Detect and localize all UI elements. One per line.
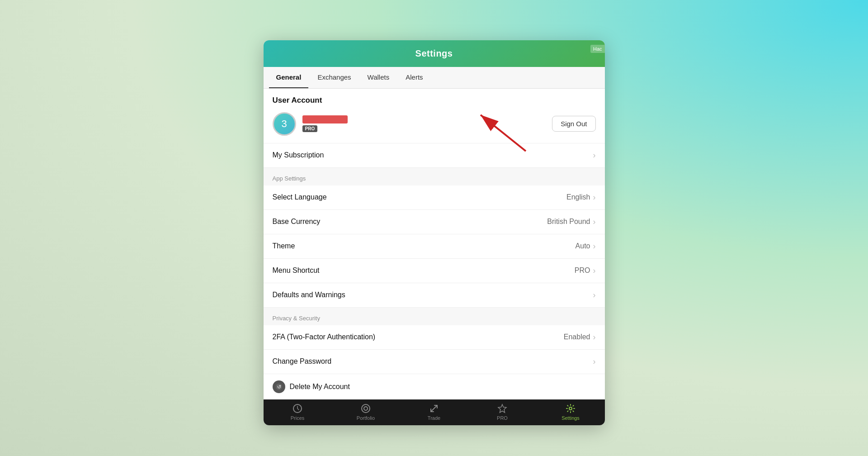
pro-badge: PRO: [302, 125, 318, 132]
theme-chevron: ›: [593, 242, 596, 251]
sign-out-button[interactable]: Sign Out: [552, 116, 595, 132]
delete-icon: ↺: [273, 380, 285, 393]
2fa-chevron: ›: [593, 332, 596, 342]
delete-account-label: Delete My Account: [290, 383, 350, 391]
user-account-section: User Account 3 PRO Sign Out: [264, 89, 605, 143]
nav-pro[interactable]: PRO: [484, 403, 520, 421]
svg-point-4: [362, 404, 370, 413]
change-password-label: Change Password: [273, 357, 332, 366]
theme-value: Auto: [576, 242, 590, 250]
defaults-warnings-row[interactable]: Defaults and Warnings ›: [264, 283, 605, 308]
svg-point-5: [364, 407, 368, 410]
user-details: PRO: [302, 115, 348, 132]
header: Settings Hac: [264, 40, 605, 67]
nav-trade[interactable]: Trade: [416, 403, 452, 421]
base-currency-row[interactable]: Base Currency British Pound ›: [264, 210, 605, 234]
defaults-warnings-chevron: ›: [593, 290, 596, 300]
svg-marker-6: [498, 404, 506, 413]
tab-exchanges[interactable]: Exchanges: [310, 67, 358, 88]
tab-alerts[interactable]: Alerts: [398, 67, 430, 88]
trade-icon: [429, 403, 439, 414]
portfolio-icon: [360, 403, 371, 414]
avatar: 3: [273, 112, 296, 136]
bottom-nav: Prices Portfolio Trade: [264, 399, 605, 425]
subscription-chevron: ›: [593, 151, 596, 160]
user-info: 3 PRO: [273, 112, 348, 136]
settings-content: User Account 3 PRO Sign Out My Subscript…: [264, 89, 605, 399]
username-redacted: [302, 115, 348, 124]
menu-shortcut-chevron: ›: [593, 266, 596, 276]
nav-settings[interactable]: Settings: [552, 403, 589, 421]
theme-label: Theme: [273, 242, 295, 250]
tab-general[interactable]: General: [269, 67, 309, 88]
app-window: Settings Hac General Exchanges Wallets A…: [264, 40, 605, 425]
select-language-right: English ›: [566, 193, 595, 202]
theme-right: Auto ›: [576, 242, 596, 251]
base-currency-right: British Pound ›: [547, 217, 595, 227]
settings-icon: [565, 403, 576, 414]
select-language-label: Select Language: [273, 193, 327, 201]
select-language-row[interactable]: Select Language English ›: [264, 185, 605, 210]
subscription-label: My Subscription: [273, 151, 324, 159]
defaults-warnings-label: Defaults and Warnings: [273, 291, 345, 299]
base-currency-value: British Pound: [547, 218, 590, 226]
defaults-warnings-right: ›: [593, 290, 596, 300]
base-currency-label: Base Currency: [273, 218, 321, 226]
2fa-right: Enabled ›: [564, 332, 596, 342]
change-password-row[interactable]: Change Password ›: [264, 350, 605, 374]
user-row: 3 PRO Sign Out: [273, 112, 596, 136]
prices-label: Prices: [291, 415, 305, 421]
menu-shortcut-label: Menu Shortcut: [273, 266, 320, 275]
base-currency-chevron: ›: [593, 217, 596, 227]
delete-svg-icon: ↺: [275, 383, 283, 390]
pro-label: PRO: [497, 415, 508, 421]
pro-icon: [497, 403, 508, 414]
nav-portfolio[interactable]: Portfolio: [348, 403, 384, 421]
select-language-value: English: [566, 193, 590, 201]
change-password-right: ›: [593, 357, 596, 366]
my-subscription-row[interactable]: My Subscription ›: [264, 143, 605, 168]
menu-shortcut-value: PRO: [575, 266, 590, 275]
user-account-title: User Account: [273, 96, 596, 105]
settings-label: Settings: [561, 415, 580, 421]
menu-shortcut-right: PRO ›: [575, 266, 596, 276]
page-title: Settings: [415, 48, 453, 58]
nav-prices[interactable]: Prices: [279, 403, 316, 421]
privacy-security-header: Privacy & Security: [264, 308, 605, 325]
menu-shortcut-row[interactable]: Menu Shortcut PRO ›: [264, 259, 605, 283]
svg-point-7: [569, 407, 572, 410]
change-password-chevron: ›: [593, 357, 596, 366]
app-settings-header: App Settings: [264, 168, 605, 185]
select-language-chevron: ›: [593, 193, 596, 202]
svg-text:↺: ↺: [277, 384, 281, 390]
delete-account-row[interactable]: ↺ Delete My Account: [264, 374, 605, 399]
trade-label: Trade: [428, 415, 440, 421]
2fa-row[interactable]: 2FA (Two-Factor Authentication) Enabled …: [264, 325, 605, 350]
2fa-value: Enabled: [564, 333, 590, 341]
tab-wallets[interactable]: Wallets: [360, 67, 397, 88]
tabs-bar: General Exchanges Wallets Alerts: [264, 67, 605, 89]
portfolio-label: Portfolio: [357, 415, 375, 421]
theme-row[interactable]: Theme Auto ›: [264, 234, 605, 259]
hac-badge: Hac: [590, 45, 605, 53]
prices-icon: [292, 403, 303, 414]
2fa-label: 2FA (Two-Factor Authentication): [273, 333, 376, 341]
